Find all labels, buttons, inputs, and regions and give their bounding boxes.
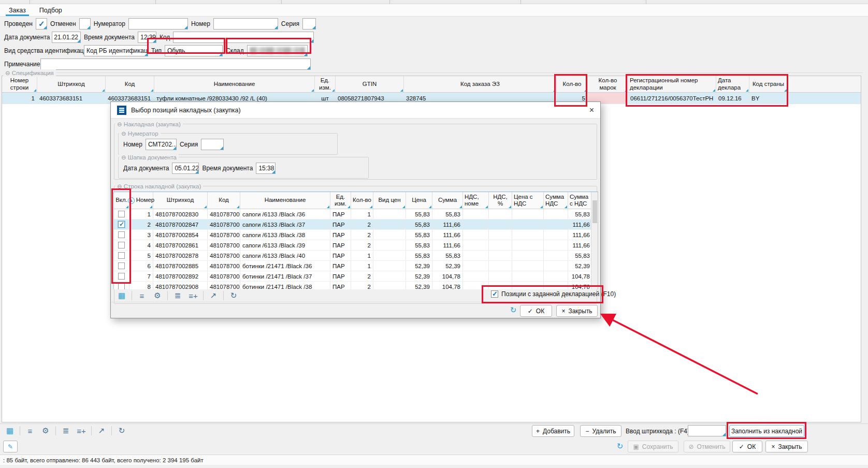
col-vat-num[interactable]: НДС, номе [463,192,489,209]
col-name[interactable]: Наименование [240,192,330,209]
reload-icon[interactable]: ↻ [116,426,127,436]
spec-col-marks[interactable]: Кол-во марок [588,76,628,92]
doc-time-field[interactable]: 12:39 [138,32,156,43]
tab-zakaz[interactable]: Заказ [2,4,33,16]
col-price-vat[interactable]: Цена с НДС [512,192,544,209]
row-include-checkbox[interactable] [118,231,125,238]
col-price-type[interactable]: Вид цен [373,192,406,209]
spec-col-num[interactable]: Номер строки [2,76,37,92]
col-barcode[interactable]: Штрихкод [153,192,208,209]
collapse-icon[interactable]: ⊖ [5,70,10,76]
col-vat-pct[interactable]: НДС, % [489,192,512,209]
otmenen-checkbox[interactable] [79,18,91,30]
dialog-close-icon[interactable]: × [589,106,594,115]
fill-from-invoice-button[interactable]: Заполнить из накладной [729,425,804,437]
row-include-checkbox[interactable] [118,242,125,248]
spec-col-name[interactable]: Наименование [154,76,315,92]
dialog-table-row[interactable]: 1 4810787002830 481078700... сапоги /613… [114,209,598,220]
dialog-table-row[interactable]: 8 4810787002908 481078700... ботинки /21… [114,282,598,289]
spec-col-gtin[interactable]: GTIN [336,76,404,92]
numbered-list-icon[interactable]: ≣ [60,426,71,436]
id-type-field[interactable]: Код РБ идентификац... [84,45,148,56]
open-in-window-icon[interactable]: ↗ [208,290,219,301]
filter-declaration-checkbox[interactable] [491,290,498,298]
gear-icon[interactable]: ⚙ [152,290,163,301]
refresh-icon[interactable]: ↻ [614,441,626,451]
grid-icon[interactable]: ▦ [4,426,16,436]
col-num[interactable]: ▲Номер [129,192,153,209]
save-button[interactable]: ▣ Сохранить [628,441,678,452]
row-include-checkbox[interactable] [118,221,125,228]
delete-button[interactable]: − Удалить [580,425,621,437]
cancel-button[interactable]: ⊘ Отменить [684,441,730,452]
dialog-nomer-field[interactable]: СМТ202... [146,139,177,150]
dialog-doc-time-field[interactable]: 15:38 [256,163,276,174]
col-price[interactable]: Цена [406,192,432,209]
numerator-field[interactable] [128,18,188,30]
collapse-icon[interactable]: ⊖ [121,154,126,160]
grid-icon[interactable]: ▦ [116,290,127,301]
row-include-checkbox[interactable] [118,262,125,269]
scrollbar-thumb[interactable] [592,200,597,223]
ok-button[interactable]: ✓ ОК [732,441,762,452]
dialog-table-row[interactable]: 7 4810787002892 481078700... ботинки /21… [114,271,598,282]
dialog-table-row[interactable]: 3 4810787002854 481078700... сапоги /613… [114,230,598,240]
nomer-field[interactable] [213,18,278,30]
form-row-note: Примечание [4,58,311,70]
spec-col-order[interactable]: Код заказа ЭЗ [404,76,557,92]
dialog-ok-button[interactable]: ✓ ОК [520,305,552,317]
spec-col-qty[interactable]: Кол-во [557,76,588,92]
open-in-window-icon[interactable]: ↗ [96,426,107,436]
collapse-icon[interactable]: ⊖ [117,121,122,127]
col-code[interactable]: Код [208,192,240,209]
row-include-checkbox[interactable] [118,273,125,280]
refresh-icon[interactable]: ↻ [508,305,519,315]
col-qty[interactable]: Кол-во [351,192,373,209]
edit-note-button[interactable]: ✎ [3,441,18,452]
row-include-checkbox[interactable] [118,252,125,259]
proveden-checkbox[interactable] [36,18,47,30]
collapse-icon[interactable]: ⊖ [117,183,122,189]
list-add-icon[interactable]: ≡+ [76,426,87,436]
note-field[interactable] [40,58,311,70]
col-sum-with-vat[interactable]: Сумма с НДС [568,192,592,209]
reload-icon[interactable]: ↻ [228,290,239,301]
row-include-checkbox[interactable] [118,211,125,217]
spec-col-reg[interactable]: Регистрационный номер декларации [628,76,716,92]
collapse-icon[interactable]: ⊖ [121,130,126,137]
spec-col-code[interactable]: Код [106,76,154,92]
gear-icon[interactable]: ⚙ [40,426,51,436]
dialog-table-row[interactable]: 2 4810787002847 481078700... сапоги /613… [114,220,598,230]
kod-field[interactable] [173,32,314,43]
spec-group-label: ⊖ Спецификация [3,69,56,77]
tab-podbor[interactable]: Подбор [33,4,69,16]
add-button[interactable]: + Добавить [532,425,574,437]
dialog-table-row[interactable]: 4 4810787002861 481078700... сапоги /613… [114,240,598,251]
spec-col-decl-date[interactable]: Дата деклара [716,76,749,92]
filter-icon[interactable]: ≡ [136,290,148,301]
spec-col-unit[interactable]: Ед. изм. [315,76,336,92]
list-add-icon[interactable]: ≡+ [187,290,199,301]
dialog-table-row[interactable]: 5 4810787002878 481078700... сапоги /613… [114,251,598,261]
spec-col-barcode[interactable]: Штрихкод [37,76,106,92]
dialog-table-scrollbar[interactable] [591,192,598,289]
col-sum[interactable]: Сумма [432,192,463,209]
seriya-field[interactable] [302,18,316,30]
barcode-entry-field[interactable] [688,425,726,436]
tip-field[interactable]: Обувь [165,45,223,56]
dialog-doc-date-field[interactable]: 05.01.22 [172,163,199,174]
doc-date-field[interactable]: 21.01.22 [52,32,81,43]
dialog-seriya-field[interactable] [201,139,224,150]
filter-icon[interactable]: ≡ [24,426,36,436]
col-incl[interactable]: Вкл. [114,192,129,209]
col-unit[interactable]: Ед. изм. [330,192,351,209]
row-include-checkbox[interactable] [118,283,125,289]
spec-col-country[interactable]: Код страны [749,76,788,92]
dialog-close-button[interactable]: × Закрыть [556,305,598,317]
dialog-table-row[interactable]: 6 4810787002885 481078700... ботинки /21… [114,261,598,271]
sklad-field[interactable] [247,45,308,56]
close-button[interactable]: × Закрыть [765,441,808,452]
sklad-label: Склад [226,47,244,54]
col-sum-vat[interactable]: Сумма НДС [544,192,568,209]
numbered-list-icon[interactable]: ≣ [172,290,183,301]
